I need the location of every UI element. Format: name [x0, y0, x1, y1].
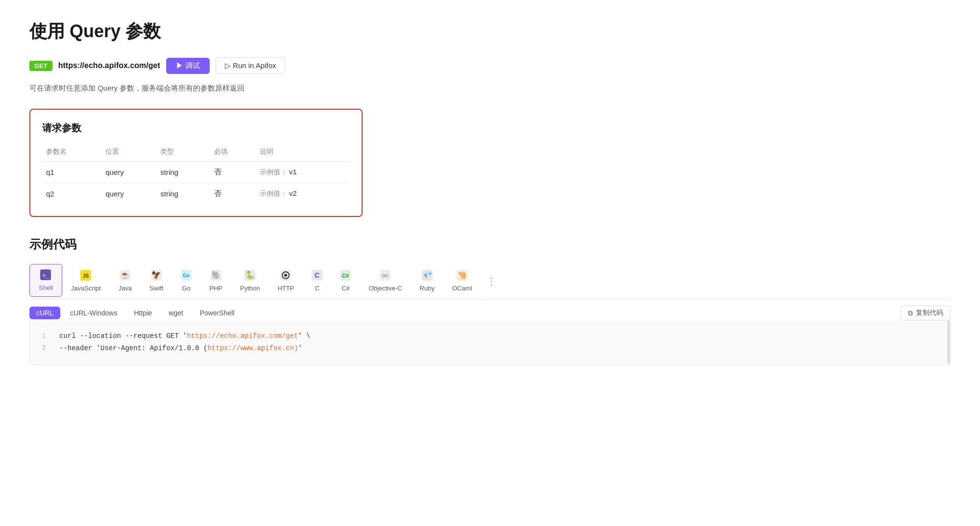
code-section-title: 示例代码: [29, 237, 951, 252]
param-type: string: [156, 162, 210, 183]
lang-tabs: >_ Shell JS JavaScript ☕ Java 🦅 Swift Go…: [29, 264, 481, 298]
sub-tab-httpie[interactable]: Httpie: [127, 307, 159, 319]
method-badge: GET: [29, 61, 52, 71]
param-required: 否: [210, 183, 255, 205]
line-number: 1: [42, 330, 49, 342]
lang-tab-php[interactable]: 🐘 PHP: [200, 265, 231, 297]
endpoint-url: https://echo.apifox.com/get: [58, 61, 160, 70]
col-description: 说明: [256, 143, 350, 162]
sub-tab-curl[interactable]: cURL: [29, 307, 60, 319]
lang-label-swift: Swift: [149, 285, 163, 292]
sub-tab-curl-windows[interactable]: cURL-Windows: [63, 307, 124, 319]
sub-tabs: cURLcURL-WindowsHttpiewgetPowerShell: [29, 307, 241, 319]
lang-icon-c: C: [312, 270, 322, 283]
lang-label-objc: Objective-C: [368, 285, 402, 292]
svg-text:🐪: 🐪: [458, 271, 466, 280]
lang-label-python: Python: [240, 285, 260, 292]
param-position: query: [101, 162, 156, 183]
lang-tabs-container: >_ Shell JS JavaScript ☕ Java 🦅 Swift Go…: [29, 264, 951, 300]
lang-icon-ocaml: 🐪: [457, 270, 467, 283]
param-example: 示例值： v2: [256, 183, 350, 205]
svg-text:C: C: [315, 271, 319, 279]
copy-icon: ⧉: [908, 309, 913, 317]
lang-label-csharp: C#: [342, 285, 350, 292]
code-text: curl --location --request GET 'https://e…: [59, 330, 311, 342]
params-table: 参数名 位置 类型 必填 说明 q1 query string 否 示例值： v…: [42, 143, 350, 204]
lang-icon-js: JS: [80, 270, 91, 283]
lang-icon-php: 🐘: [211, 270, 221, 283]
lang-tab-python[interactable]: 🐍 Python: [231, 265, 269, 297]
params-section: 请求参数 参数名 位置 类型 必填 说明 q1 query string 否 示…: [29, 109, 363, 217]
params-title: 请求参数: [42, 121, 350, 135]
code-section: 示例代码 >_ Shell JS JavaScript ☕ Java 🦅 Swi…: [29, 237, 951, 365]
lang-icon-objc: OC: [380, 270, 391, 283]
svg-text:☕: ☕: [120, 270, 130, 280]
lang-icon-shell: >_: [40, 269, 51, 282]
svg-point-16: [284, 274, 287, 277]
lang-tab-go[interactable]: Go Go: [172, 265, 200, 297]
code-block: 1 curl --location --request GET 'https:/…: [29, 320, 951, 365]
lang-tab-objc[interactable]: OC Objective-C: [360, 265, 411, 297]
copy-code-button[interactable]: ⧉ 复制代码: [901, 306, 951, 320]
line-number: 2: [42, 342, 49, 355]
lang-tab-ruby[interactable]: 💎 Ruby: [411, 265, 443, 297]
code-line: 1 curl --location --request GET 'https:/…: [42, 330, 938, 342]
lang-tab-c[interactable]: C C: [303, 265, 331, 297]
lang-label-shell: Shell: [39, 284, 53, 291]
lang-tab-swift[interactable]: 🦅 Swift: [141, 265, 172, 297]
lang-label-php: PHP: [209, 285, 222, 292]
svg-text:🐘: 🐘: [211, 270, 221, 280]
page-title: 使用 Query 参数: [29, 20, 951, 44]
lang-icon-java: ☕: [120, 270, 130, 283]
description: 可在请求时任意添加 Query 参数，服务端会将所有的参数原样返回: [29, 84, 951, 93]
more-langs-button[interactable]: ⋮: [483, 270, 500, 292]
lang-tab-js[interactable]: JS JavaScript: [62, 265, 110, 297]
param-type: string: [156, 183, 210, 205]
col-type: 类型: [156, 143, 210, 162]
copy-label: 复制代码: [916, 309, 943, 317]
lang-tab-ocaml[interactable]: 🐪 OCaml: [443, 265, 481, 297]
svg-text:🦅: 🦅: [151, 270, 161, 280]
param-name: q2: [42, 183, 101, 205]
svg-text:C#: C#: [342, 273, 349, 279]
lang-label-java: Java: [119, 285, 132, 292]
svg-text:>_: >_: [43, 272, 49, 279]
param-name: q1: [42, 162, 101, 183]
lang-icon-go: Go: [181, 270, 192, 283]
lang-tab-java[interactable]: ☕ Java: [110, 265, 141, 297]
col-name: 参数名: [42, 143, 101, 162]
lang-icon-python: 🐍: [245, 270, 255, 283]
lang-icon-ruby: 💎: [422, 270, 433, 283]
lang-label-ocaml: OCaml: [452, 285, 472, 292]
param-required: 否: [210, 162, 255, 183]
endpoint-row: GET https://echo.apifox.com/get ▶ 调试 ▷ R…: [29, 57, 951, 74]
test-button[interactable]: ▶ 调试: [166, 58, 210, 74]
col-required: 必填: [210, 143, 255, 162]
lang-label-ruby: Ruby: [419, 285, 434, 292]
param-example: 示例值： v1: [256, 162, 350, 183]
lang-tab-csharp[interactable]: C# C#: [331, 265, 360, 297]
lang-icon-http: [280, 270, 291, 283]
svg-text:Go: Go: [183, 273, 190, 278]
svg-text:OC: OC: [382, 273, 389, 278]
sub-tab-powershell[interactable]: PowerShell: [193, 307, 242, 319]
col-position: 位置: [101, 143, 156, 162]
svg-text:💎: 💎: [422, 271, 432, 280]
lang-label-http: HTTP: [277, 285, 294, 292]
lang-label-go: Go: [182, 285, 191, 292]
lang-tab-http[interactable]: HTTP: [269, 265, 303, 297]
svg-text:JS: JS: [83, 273, 89, 279]
table-row: q2 query string 否 示例值： v2: [42, 183, 350, 205]
run-in-apifox-button[interactable]: ▷ Run in Apifox: [216, 57, 286, 74]
lang-tab-shell[interactable]: >_ Shell: [29, 264, 62, 297]
lang-label-js: JavaScript: [71, 285, 101, 292]
sub-tab-wget[interactable]: wget: [162, 307, 190, 319]
scrollbar: [947, 320, 950, 364]
code-line: 2 --header 'User-Agent: Apifox/1.0.0 (ht…: [42, 342, 938, 355]
lang-icon-swift: 🦅: [151, 270, 162, 283]
code-text: --header 'User-Agent: Apifox/1.0.0 (http…: [59, 342, 302, 355]
params-table-header: 参数名 位置 类型 必填 说明: [42, 143, 350, 162]
table-row: q1 query string 否 示例值： v1: [42, 162, 350, 183]
param-position: query: [101, 183, 156, 205]
svg-text:🐍: 🐍: [245, 270, 255, 280]
